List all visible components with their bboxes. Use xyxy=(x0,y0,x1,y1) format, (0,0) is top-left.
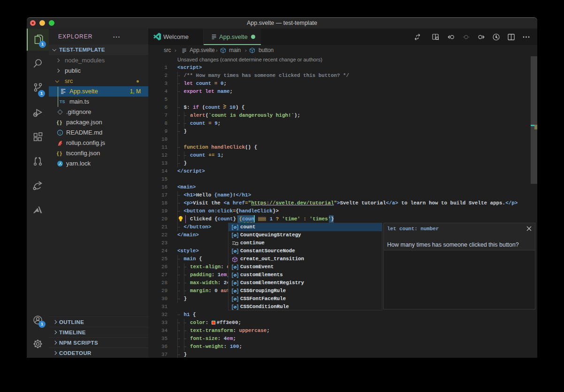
svg-text:i: i xyxy=(60,131,61,135)
